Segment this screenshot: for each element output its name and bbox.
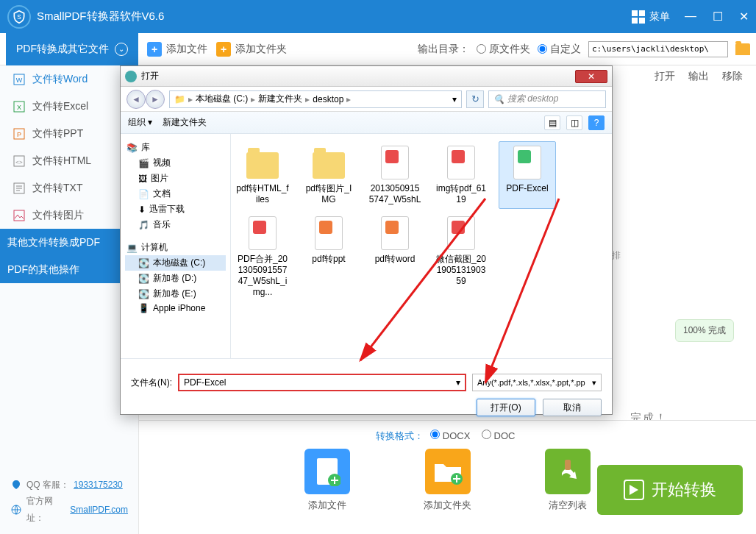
mode-tab-label: PDF转换成其它文件 <box>16 43 109 56</box>
qq-link[interactable]: 1933175230 <box>74 477 123 494</box>
organize-menu[interactable]: 组织 ▾ <box>128 116 152 129</box>
add-file-button[interactable]: + 添加文件 <box>147 42 207 57</box>
dialog-bottom: 文件名(N): PDF-Excel▾ Any(*.pdf,*.xls,*.xls… <box>121 358 612 414</box>
dialog-title: 打开 <box>141 70 159 82</box>
file-item[interactable]: 微信截图_20190513190359 <box>432 212 490 302</box>
app-title: SmallPDF转换器软件V6.6 <box>37 10 632 24</box>
search-input[interactable]: 🔍搜索 desktop <box>488 90 606 108</box>
action-output[interactable]: 输出 <box>688 70 709 83</box>
breadcrumb[interactable]: 📁▸ 本地磁盘 (C:)▸ 新建文件夹▸ desktop▸ ▾ <box>169 90 462 108</box>
folder-tree: 📚 库 🎬 视频 🖼 图片 📄 文档 ⬇ 迅雷下载 🎵 音乐 💻 计算机 💽 本… <box>121 134 231 358</box>
add-folder-label: 添加文件夹 <box>235 43 287 56</box>
radio-source-folder[interactable]: 原文件夹 <box>477 43 530 56</box>
tree-drive-e[interactable]: 💽 新加卷 (E:) <box>125 286 226 302</box>
tree-documents[interactable]: 📄 文档 <box>125 186 226 202</box>
tree-drive-c[interactable]: 💽 本地磁盘 (C:) <box>125 255 226 271</box>
site-link[interactable]: SmallPDF.com <box>70 502 128 519</box>
filename-input[interactable]: PDF-Excel▾ <box>178 374 466 391</box>
big-clear-list[interactable]: 清空列表 <box>545 449 591 512</box>
progress-bubble: 100% 完成 <box>675 319 734 342</box>
filename-label: 文件名(N): <box>131 377 172 389</box>
tree-music[interactable]: 🎵 音乐 <box>125 217 226 232</box>
title-bar: S SmallPDF转换器软件V6.6 菜单 — ☐ ✕ <box>0 0 756 33</box>
tree-drive-d[interactable]: 💽 新加卷 (D:) <box>125 271 226 286</box>
menu-icon <box>632 10 645 24</box>
dialog-nav: ◄ ► 📁▸ 本地磁盘 (C:)▸ 新建文件夹▸ desktop▸ ▾ ↻ 🔍搜… <box>121 87 612 112</box>
close-button[interactable]: ✕ <box>739 10 749 24</box>
minimize-button[interactable]: — <box>685 10 696 24</box>
file-item[interactable]: pdf转HTML_files <box>234 141 291 209</box>
radio-doc[interactable]: DOC <box>482 430 516 441</box>
format-label: 转换格式： <box>376 430 424 441</box>
sidebar-item-txt[interactable]: 文件转TXT <box>0 174 138 202</box>
dialog-toolbar: 组织 ▾ 新建文件夹 ▤ ◫ ? <box>121 112 612 134</box>
dialog-cancel-button[interactable]: 取消 <box>543 399 602 416</box>
file-item[interactable]: pdf转ppt <box>300 212 357 302</box>
plus-icon: + <box>147 42 162 57</box>
refresh-button[interactable]: ↻ <box>466 90 484 108</box>
nav-forward-button[interactable]: ► <box>146 90 165 109</box>
action-open[interactable]: 打开 <box>655 70 675 83</box>
mode-tab[interactable]: PDF转换成其它文件 ⌄ <box>6 33 138 65</box>
sidebar-category-pdf-other[interactable]: PDF的其他操作 <box>0 256 138 283</box>
dialog-titlebar: 打开 ✕ <box>121 66 612 87</box>
chevron-down-icon: ⌄ <box>115 43 128 56</box>
svg-rect-10 <box>14 210 24 221</box>
app-logo: S <box>7 5 31 29</box>
play-icon <box>624 480 644 500</box>
bottom-panel: 转换格式： DOCX DOC 添加文件 添加文件夹 清空列表 开始转换 <box>139 420 756 534</box>
sidebar-item-word[interactable]: W文件转Word <box>0 65 138 93</box>
progress-indicator: 数码排 100% 完成 <box>616 286 705 374</box>
big-add-folder[interactable]: 添加文件夹 <box>424 449 471 512</box>
sidebar-item-excel[interactable]: X文件转Excel <box>0 93 138 120</box>
big-add-file[interactable]: 添加文件 <box>304 449 350 512</box>
file-type-filter[interactable]: Any(*.pdf,*.xls,*.xlsx,*.ppt,*.pp▾ <box>472 374 602 391</box>
file-item[interactable]: PDF合并_20130509155747_W5shL_img... <box>234 212 291 302</box>
sidebar: W文件转Word X文件转Excel P文件转PPT <>文件转HTML 文件转… <box>0 65 139 534</box>
svg-text:X: X <box>17 104 21 111</box>
output-dir-label: 输出目录： <box>418 43 469 56</box>
new-folder-button[interactable]: 新建文件夹 <box>163 116 207 129</box>
browse-folder-icon[interactable] <box>735 43 750 55</box>
action-remove[interactable]: 移除 <box>722 70 743 83</box>
tree-iphone[interactable]: 📱 Apple iPhone <box>125 302 226 315</box>
output-path-input[interactable] <box>588 41 728 57</box>
radio-custom-folder[interactable]: 自定义 <box>538 43 581 56</box>
preview-pane-button[interactable]: ◫ <box>566 115 582 130</box>
dialog-close-button[interactable]: ✕ <box>575 70 607 83</box>
file-item[interactable]: PDF-Excel <box>499 141 556 209</box>
sidebar-category-other-to-pdf[interactable]: 其他文件转换成PDF <box>0 229 138 256</box>
svg-text:P: P <box>17 131 21 138</box>
file-open-dialog: 打开 ✕ ◄ ► 📁▸ 本地磁盘 (C:)▸ 新建文件夹▸ desktop▸ ▾… <box>120 65 613 415</box>
folder-plus-icon: + <box>216 42 231 57</box>
add-file-label: 添加文件 <box>166 43 207 56</box>
nav-back-button[interactable]: ◄ <box>126 90 146 109</box>
help-button[interactable]: ? <box>588 115 605 130</box>
radio-docx[interactable]: DOCX <box>430 430 470 441</box>
tree-videos[interactable]: 🎬 视频 <box>125 155 226 171</box>
file-list: pdf转HTML_filespdf转图片_IMG20130509155747_W… <box>231 134 612 358</box>
tree-xunlei[interactable]: ⬇ 迅雷下载 <box>125 202 226 217</box>
menu-button[interactable]: 菜单 <box>632 10 670 24</box>
tree-libraries[interactable]: 📚 库 <box>125 140 226 155</box>
dialog-icon <box>125 71 137 82</box>
svg-rect-15 <box>565 460 571 470</box>
file-item[interactable]: 20130509155747_W5shL <box>366 141 424 209</box>
svg-text:W: W <box>16 76 23 84</box>
svg-text:S: S <box>17 13 21 21</box>
file-item[interactable]: pdf转图片_IMG <box>300 141 357 209</box>
file-item[interactable]: pdf转word <box>366 212 424 302</box>
sidebar-item-image[interactable]: 文件转图片 <box>0 202 138 229</box>
view-mode-button[interactable]: ▤ <box>544 115 560 130</box>
start-convert-button[interactable]: 开始转换 <box>597 465 743 515</box>
tree-pictures[interactable]: 🖼 图片 <box>125 171 226 186</box>
dialog-open-button[interactable]: 打开(O) <box>477 399 535 416</box>
add-folder-button[interactable]: + 添加文件夹 <box>216 42 287 57</box>
sidebar-item-ppt[interactable]: P文件转PPT <box>0 120 138 147</box>
maximize-button[interactable]: ☐ <box>713 10 723 24</box>
sidebar-item-html[interactable]: <>文件转HTML <box>0 147 138 174</box>
file-item[interactable]: img转pdf_6119 <box>432 141 490 209</box>
tree-computer[interactable]: 💻 计算机 <box>125 240 226 255</box>
svg-text:<>: <> <box>15 159 23 165</box>
menu-label: 菜单 <box>649 10 670 24</box>
